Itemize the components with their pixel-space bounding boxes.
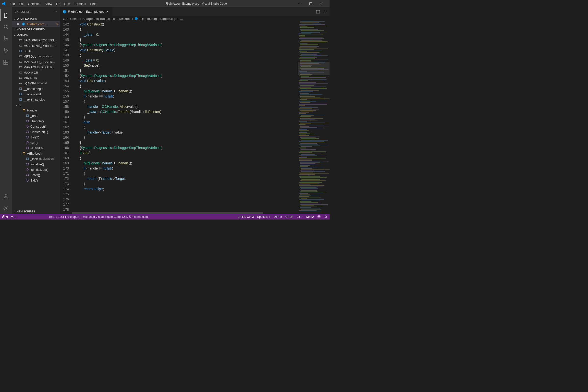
symbol-icon: {}: [18, 103, 22, 107]
outline-item[interactable]: __exit_list_size: [12, 97, 60, 102]
svg-rect-31: [26, 115, 28, 116]
open-editor-item[interactable]: ✕ C+ FileInfo.com ... 9: [12, 21, 60, 27]
outline-item[interactable]: ⌄Handle: [12, 108, 60, 113]
outline-item[interactable]: Get(): [12, 140, 60, 145]
outline-item[interactable]: _handle(): [12, 118, 60, 124]
svg-rect-19: [19, 61, 22, 62]
svg-rect-20: [19, 66, 22, 68]
breadcrumb-item[interactable]: SharpenedProductions: [82, 17, 115, 20]
svg-rect-26: [20, 98, 22, 100]
settings-gear-icon[interactable]: [0, 202, 12, 214]
svg-rect-35: [26, 158, 28, 160]
outline-item[interactable]: Construct(T): [12, 129, 60, 134]
symbol-icon: [22, 108, 26, 112]
accounts-icon[interactable]: [0, 190, 12, 202]
svg-rect-9: [6, 62, 8, 64]
svg-rect-7: [4, 60, 6, 62]
outline-item[interactable]: ⌄AtExitLock: [12, 151, 60, 156]
outline-item[interactable]: MANAGED_ASSER...: [12, 64, 60, 70]
npm-scripts-header[interactable]: › NPM SCRIPTS: [12, 209, 60, 214]
outline-item[interactable]: BEBE: [12, 48, 60, 54]
close-button[interactable]: [316, 0, 328, 7]
code-content[interactable]: void Construct() { _data = 0; } [System:…: [72, 21, 298, 214]
svg-rect-17: [20, 50, 22, 52]
outline-item[interactable]: BAD_PREPROCESS...: [12, 38, 60, 43]
breadcrumb-item[interactable]: Desktop: [119, 17, 130, 20]
menu-edit[interactable]: Edit: [17, 1, 26, 6]
line-gutter: 1421431441451461471481491501511521531541…: [60, 21, 72, 214]
menu-help[interactable]: Help: [88, 1, 98, 6]
outline-item[interactable]: ⌄{}: [12, 102, 60, 108]
split-editor-icon[interactable]: [316, 10, 320, 14]
run-debug-icon[interactable]: [0, 44, 12, 56]
outline-item[interactable]: MRTDLLdeclaration: [12, 54, 60, 59]
breadcrumb-item[interactable]: FileInfo.com Example.cpp: [140, 17, 176, 20]
outline-item[interactable]: Initialize(): [12, 162, 60, 167]
minimap[interactable]: [298, 21, 330, 214]
status-eol[interactable]: CRLF: [286, 215, 293, 218]
extensions-icon[interactable]: [0, 56, 12, 68]
tab-active[interactable]: C+ FileInfo.com Example.cpp ✕: [60, 7, 113, 16]
open-editors-header[interactable]: ⌄ OPEN EDITORS: [12, 16, 60, 21]
outline-item[interactable]: _data: [12, 113, 60, 118]
outline-list: BAD_PREPROCESS...MULTILINE_PREPR...BEBEM…: [12, 38, 60, 209]
no-folder-header[interactable]: › NO FOLDER OPENED: [12, 27, 60, 32]
status-encoding[interactable]: UTF-8: [274, 215, 282, 218]
tab-close-icon[interactable]: ✕: [106, 10, 110, 14]
outline-item[interactable]: MULTILINE_PREPR...: [12, 43, 60, 48]
horizontal-scrollbar[interactable]: [72, 212, 264, 214]
outline-item-label: __exit_list_size: [24, 98, 45, 102]
outline-item-label: MININCR: [24, 76, 37, 80]
outline-item[interactable]: MAXINCR: [12, 70, 60, 75]
status-bar: 9 0 This is a .CPP file open in Microsof…: [0, 214, 330, 220]
explorer-icon[interactable]: [0, 9, 12, 21]
close-icon[interactable]: ✕: [17, 22, 20, 26]
maximize-button[interactable]: [305, 0, 316, 7]
status-spaces[interactable]: Spaces: 4: [257, 215, 270, 218]
sidebar-more-icon[interactable]: ⋯: [54, 10, 57, 13]
outline-item[interactable]: Exit(): [12, 178, 60, 183]
minimize-button[interactable]: [294, 0, 305, 7]
symbol-icon: [18, 81, 22, 85]
breadcrumb[interactable]: C:› Users› SharpenedProductions› Desktop…: [60, 16, 330, 21]
menu-terminal[interactable]: Terminal: [72, 1, 88, 6]
menu-run[interactable]: Run: [62, 1, 72, 6]
outline-item-label: MANAGED_ASSER...: [24, 66, 55, 69]
menu-go[interactable]: Go: [54, 1, 62, 6]
outline-item[interactable]: __onexitbegin: [12, 86, 60, 92]
source-control-icon[interactable]: [0, 33, 12, 44]
breadcrumb-item[interactable]: ...: [180, 17, 183, 20]
menu-view[interactable]: View: [43, 1, 54, 6]
breadcrumb-item[interactable]: Users: [70, 17, 78, 20]
status-ln-col[interactable]: Ln 68, Col 3: [238, 215, 254, 218]
outline-item[interactable]: _CPVFVtypedef: [12, 80, 60, 86]
outline-item[interactable]: MANAGED_ASSER...: [12, 59, 60, 64]
status-language[interactable]: C++: [296, 215, 302, 218]
feedback-icon[interactable]: [317, 215, 321, 218]
outline-item[interactable]: _lockdeclaration: [12, 156, 60, 162]
outline-item[interactable]: __onexitend: [12, 92, 60, 97]
svg-point-6: [4, 51, 6, 53]
outline-item[interactable]: Construct(): [12, 124, 60, 129]
outline-item[interactable]: ~Handle(): [12, 145, 60, 151]
minimap-slider[interactable]: [298, 62, 330, 75]
svg-rect-0: [298, 4, 300, 4]
chevron-icon: ⌄: [15, 103, 18, 106]
status-warnings[interactable]: 0: [10, 215, 16, 219]
outline-item[interactable]: Enter(): [12, 172, 60, 178]
status-errors[interactable]: 9: [2, 215, 8, 219]
sidebar-title-label: EXPLORER: [15, 10, 30, 13]
breadcrumb-item[interactable]: C:: [63, 17, 66, 20]
menu-file[interactable]: File: [8, 1, 17, 6]
chevron-icon: ⌄: [18, 152, 22, 155]
search-icon[interactable]: [0, 21, 12, 33]
outline-item[interactable]: Set(T): [12, 134, 60, 140]
notifications-icon[interactable]: [324, 215, 328, 218]
outline-item[interactable]: IsInitialized(): [12, 167, 60, 172]
status-platform[interactable]: Win32: [306, 215, 314, 218]
menu-selection[interactable]: Selection: [26, 1, 43, 6]
more-actions-icon[interactable]: ⋯: [324, 10, 326, 14]
outline-item-decl: declaration: [38, 55, 52, 58]
outline-header[interactable]: ⌄ OUTLINE: [12, 32, 60, 38]
outline-item[interactable]: MININCR: [12, 75, 60, 80]
